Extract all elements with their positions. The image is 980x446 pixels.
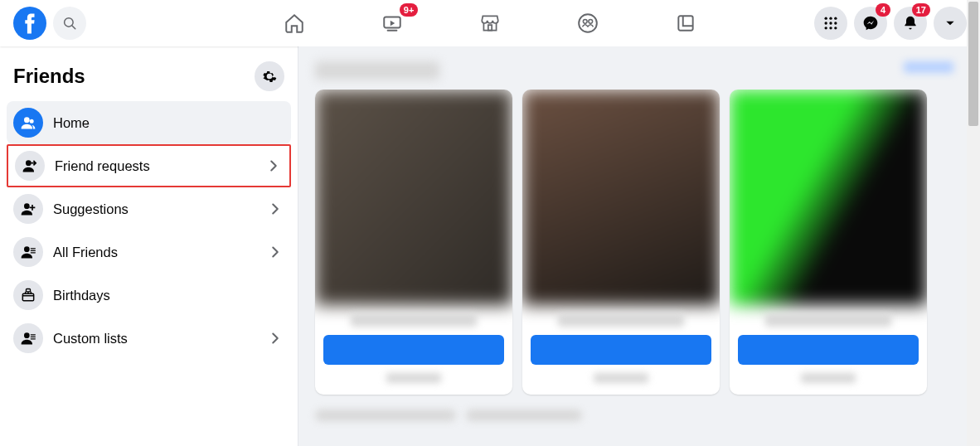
sidebar-item-suggestions[interactable]: Suggestions [7,187,291,230]
card-subtext-blurred [594,373,648,383]
card-subtext-blurred [801,373,855,383]
svg-point-12 [834,17,837,20]
nav-tab-marketplace[interactable] [444,2,536,45]
sidebar-item-label: Suggestions [53,201,266,217]
marketplace-icon [479,12,501,34]
main-content [298,46,980,446]
sidebar-title: Friends [13,65,85,88]
custom-lists-icon [13,323,43,353]
nav-tab-groups[interactable] [542,2,633,45]
suggestions-icon [13,194,43,224]
caret-down-icon [944,17,956,29]
gear-icon [261,68,278,85]
bottom-text-blurred [315,410,456,421]
bottom-text-blurred [466,410,582,421]
svg-point-14 [829,22,832,24]
sidebar-item-label: Birthdays [53,288,284,303]
chevron-right-icon [264,157,283,175]
card-primary-button[interactable] [531,335,711,365]
card-name-blurred [765,313,892,327]
suggestion-card[interactable] [730,90,927,395]
sidebar-item-birthdays[interactable]: Birthdays [7,274,291,317]
home-icon [284,12,305,34]
card-name-blurred [558,313,685,327]
window-scrollbar[interactable] [967,0,980,446]
sidebar-item-label: Custom lists [53,331,266,347]
sidebar-item-label: Home [53,115,284,131]
groups-icon [577,12,599,34]
section-title-blurred [315,61,439,80]
friend-request-icon [15,151,45,181]
facebook-logo[interactable] [13,7,46,40]
chevron-right-icon [266,329,284,347]
friends-home-icon [13,108,43,138]
suggestion-card[interactable] [315,90,512,395]
account-button[interactable] [934,7,967,40]
sidebar: Friends Home Friend requests [0,46,298,446]
nav-tab-gaming[interactable] [640,2,731,45]
svg-point-16 [825,27,827,29]
sidebar-item-custom-lists[interactable]: Custom lists [7,317,291,360]
settings-button[interactable] [255,61,284,91]
svg-rect-19 [22,293,33,300]
top-navigation-bar: 9+ [0,0,980,46]
messenger-button[interactable]: 4 [854,7,887,40]
messenger-icon [862,15,879,32]
svg-rect-9 [678,16,692,30]
card-name-blurred [351,313,478,327]
nav-tab-home[interactable] [249,2,340,45]
menu-button[interactable] [814,7,847,40]
card-photo-blurred [522,90,720,305]
card-subtext-blurred [386,373,440,383]
svg-point-6 [579,14,597,32]
svg-line-2 [72,26,75,29]
sidebar-item-all-friends[interactable]: All Friends [7,230,291,274]
search-button[interactable] [53,7,86,40]
sidebar-item-friend-requests[interactable]: Friend requests [7,144,291,187]
chevron-right-icon [266,200,284,218]
svg-point-18 [834,27,837,29]
card-primary-button[interactable] [323,335,504,365]
gaming-icon [675,12,696,34]
svg-point-15 [834,22,837,24]
top-nav-tabs: 9+ [249,2,731,45]
svg-point-17 [829,27,832,29]
svg-rect-5 [488,25,492,30]
card-primary-button[interactable] [738,335,919,365]
search-icon [62,16,77,31]
card-photo-blurred [315,90,512,305]
sidebar-item-label: All Friends [53,245,266,260]
svg-point-7 [583,19,587,23]
nav-tab-watch[interactable]: 9+ [347,2,438,45]
svg-point-10 [825,17,827,20]
bell-icon [902,15,919,32]
svg-point-8 [589,19,593,23]
sidebar-item-label: Friend requests [55,158,264,174]
svg-rect-20 [27,289,31,292]
watch-badge: 9+ [400,3,419,17]
birthdays-icon [13,280,43,310]
all-friends-icon [13,237,43,267]
svg-point-11 [829,17,832,20]
facebook-logo-icon [13,7,46,40]
see-all-link-blurred[interactable] [904,61,953,73]
watch-icon [381,12,403,34]
suggestion-card[interactable] [522,90,720,395]
notifications-badge: 17 [912,3,930,17]
chevron-right-icon [266,243,284,261]
svg-point-13 [825,22,827,24]
messenger-badge: 4 [876,3,890,17]
scrollbar-thumb[interactable] [968,2,978,126]
card-photo-blurred [730,90,927,305]
notifications-button[interactable]: 17 [894,7,927,40]
sidebar-item-home[interactable]: Home [7,101,291,144]
grid-menu-icon [822,15,839,32]
